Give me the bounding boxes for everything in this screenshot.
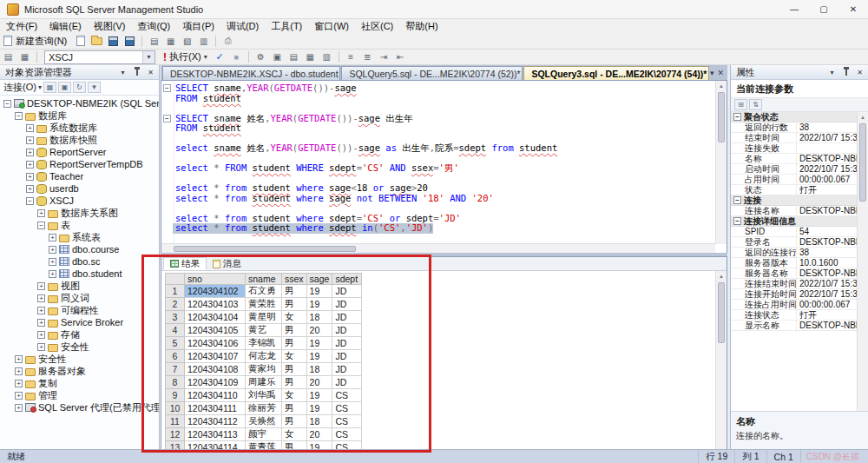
grid-cell[interactable]: 男 [282, 402, 307, 415]
scroll-up-icon[interactable]: ▲ [858, 112, 868, 122]
pin-icon[interactable] [131, 67, 142, 78]
scroll-up-icon[interactable]: ▲ [716, 271, 727, 281]
grid-cell[interactable]: 周建乐 [246, 376, 282, 389]
expand-icon[interactable]: + [26, 136, 34, 144]
menu-help[interactable]: 帮助(H) [399, 19, 444, 33]
grid-cell[interactable]: CS [332, 389, 362, 402]
results-to-grid-icon[interactable]: ▦ [303, 50, 318, 63]
grid-cell[interactable]: 何志龙 [246, 350, 282, 363]
tree-item[interactable]: +SQL Server 代理(已禁用代理 XP) [0, 401, 159, 413]
sql-editor[interactable]: −SELECT sname,YEAR(GETDATE())-sageFROM s… [161, 80, 727, 253]
expand-icon[interactable]: + [37, 307, 45, 314]
grid-cell[interactable]: 女 [282, 389, 307, 402]
grid-row-number[interactable]: 1 [166, 285, 185, 298]
grid-row-number[interactable]: 8 [166, 376, 185, 389]
grid-cell[interactable]: 19 [306, 337, 332, 350]
grid-cell[interactable]: 李锦凯 [246, 337, 282, 350]
tab-list-icon[interactable]: ▾ [710, 69, 714, 77]
results-grid[interactable]: snosnamessexsagesdept11204304102石文勇男19JD… [165, 273, 362, 463]
grid-cell[interactable]: 19 [306, 389, 332, 402]
tree-item[interactable]: +userdb [0, 182, 159, 195]
query-options-icon[interactable]: ⚙ [253, 50, 268, 63]
tree-item[interactable]: −数据库 [0, 109, 159, 122]
grid-cell[interactable]: JD [332, 350, 362, 363]
collapse-icon[interactable]: − [26, 197, 34, 205]
grid-cell[interactable]: 男 [282, 324, 307, 337]
grid-cell[interactable]: 黄家均 [246, 363, 282, 376]
menu-view[interactable]: 视图(V) [88, 19, 132, 33]
tab-results[interactable]: 结果 [163, 257, 207, 270]
object-explorer-toggle-icon[interactable]: ▥ [196, 35, 211, 48]
grid-column-header[interactable]: sname [246, 274, 282, 285]
grid-cell[interactable]: 吴焕然 [246, 415, 282, 428]
disconnect-icon[interactable]: ▦ [43, 82, 56, 93]
tree-item[interactable]: +dbo.student [0, 268, 159, 280]
grid-row-number[interactable]: 3 [166, 311, 185, 324]
menu-query[interactable]: 查询(Q) [131, 19, 176, 33]
collapse-icon[interactable]: − [15, 112, 23, 120]
template-explorer-icon[interactable]: ▧ [180, 35, 194, 48]
document-tab[interactable]: SQLQuery3.sql - DE...ME2IK\20774 (54))* [523, 66, 709, 80]
tab-messages[interactable]: 消息 [207, 257, 247, 270]
expand-icon[interactable]: + [26, 185, 34, 193]
tree-item[interactable]: +ReportServerTempDB [0, 158, 159, 170]
expand-icon[interactable]: + [49, 234, 56, 241]
scroll-up-icon[interactable]: ▲ [716, 81, 727, 91]
open-file-icon[interactable] [91, 37, 102, 45]
tree-item[interactable]: +服务器对象 [0, 365, 159, 377]
results-to-text-icon[interactable]: ▤ [286, 50, 301, 63]
grid-column-header[interactable]: sage [306, 274, 332, 285]
collapse-icon[interactable]: − [733, 196, 741, 204]
grid-cell[interactable]: 颜宇 [246, 428, 282, 441]
grid-cell[interactable]: 1204304111 [185, 402, 246, 415]
results-vertical-scrollbar[interactable]: ▲ [715, 271, 727, 463]
expand-icon[interactable]: + [49, 270, 56, 278]
collapse-icon[interactable]: − [733, 217, 741, 225]
grid-cell[interactable]: 20 [306, 376, 332, 389]
grid-selected-cell[interactable]: 1204304102 [185, 285, 246, 298]
expand-icon[interactable]: + [15, 392, 23, 400]
grid-cell[interactable]: 1204304107 [185, 350, 246, 363]
grid-corner-cell[interactable] [166, 274, 185, 285]
expand-icon[interactable]: + [26, 161, 34, 169]
grid-cell[interactable]: JD [332, 376, 362, 389]
grid-cell[interactable]: 1204304106 [185, 337, 246, 350]
tree-item[interactable]: +视图 [0, 280, 159, 292]
grid-cell[interactable]: CS [332, 415, 362, 428]
editor-horizontal-scrollbar[interactable] [161, 243, 715, 253]
grid-cell[interactable]: 1204304110 [185, 389, 246, 402]
tree-item[interactable]: +Teacher [0, 170, 159, 182]
close-panel-icon[interactable]: ✕ [145, 67, 156, 78]
tree-item[interactable]: +Service Broker [0, 316, 159, 328]
grid-cell[interactable]: JD [332, 298, 362, 311]
alphabetical-icon[interactable]: ⇅ [749, 99, 762, 110]
pin-icon[interactable] [840, 67, 852, 78]
tree-item[interactable]: +复制 [0, 377, 159, 389]
close-button[interactable]: ✕ [838, 0, 868, 19]
tree-item[interactable]: +dbo.course [0, 243, 159, 255]
grid-cell[interactable]: 19 [306, 350, 332, 363]
grid-column-header[interactable]: sno [185, 274, 246, 285]
menu-file[interactable]: 文件(F) [0, 19, 43, 33]
grid-cell[interactable]: 1204304109 [185, 376, 246, 389]
tree-item[interactable]: +系统数据库 [0, 122, 159, 134]
tree-item[interactable]: −XSCJ [0, 195, 159, 207]
expand-icon[interactable]: + [26, 124, 34, 132]
stop-icon[interactable]: ■ [229, 50, 244, 63]
tree-item[interactable]: +ReportServer [0, 146, 159, 158]
grid-cell[interactable]: 女 [282, 428, 307, 441]
grid-column-header[interactable]: sdept [332, 274, 362, 285]
maximize-button[interactable]: ▢ [809, 0, 838, 19]
grid-cell[interactable]: 黄星明 [246, 311, 282, 324]
grid-row-number[interactable]: 12 [166, 428, 185, 441]
scrollbar-thumb[interactable] [859, 123, 866, 202]
expand-icon[interactable]: + [15, 380, 23, 387]
intellisense-icon[interactable]: ▣ [270, 50, 285, 63]
grid-cell[interactable]: 刘华禹 [246, 389, 282, 402]
new-file-icon[interactable] [76, 36, 85, 46]
indent-icon[interactable]: ⇥ [377, 50, 391, 63]
expand-icon[interactable]: + [37, 282, 45, 290]
grid-cell[interactable]: 黄荣胜 [246, 298, 282, 311]
tree-item[interactable]: +存储 [0, 328, 159, 341]
expand-icon[interactable]: + [15, 404, 23, 412]
